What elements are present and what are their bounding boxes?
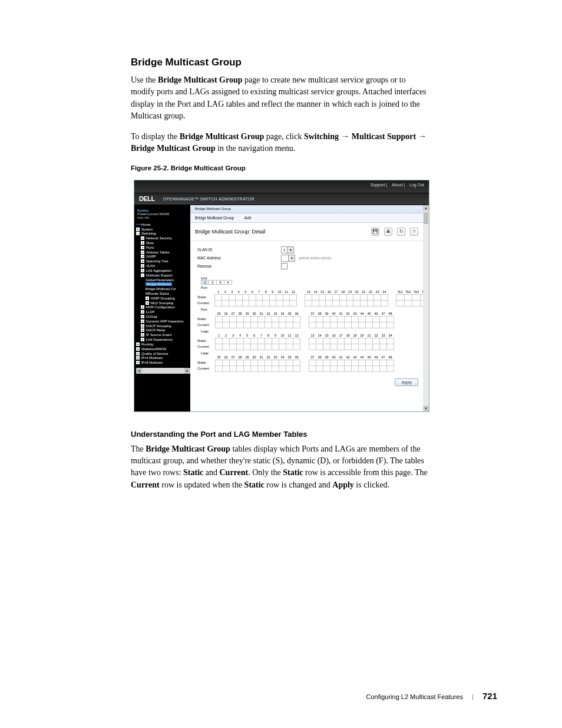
port-cell[interactable]: [360, 294, 367, 300]
lag-cell[interactable]: [323, 360, 330, 365]
port-cell[interactable]: [223, 316, 230, 322]
lag-cell[interactable]: [352, 360, 359, 365]
scroll-left-icon[interactable]: ◄: [136, 368, 142, 374]
nav-bridge-multicast[interactable]: Bridge Multicast: [146, 282, 190, 287]
nav-ipv4-multicast[interactable]: +IPv4 Multicast: [136, 356, 190, 361]
chevron-down-icon[interactable]: ▾: [288, 255, 295, 261]
port-cell[interactable]: [352, 316, 359, 322]
lag-cell[interactable]: [279, 338, 286, 344]
plus-icon[interactable]: +: [146, 297, 149, 300]
subtab-add[interactable]: Add: [244, 216, 252, 220]
lag-cell[interactable]: [323, 338, 330, 344]
subtab-detail[interactable]: Bridge Multicast Group: [195, 216, 234, 220]
nav-dhcp-snooping[interactable]: +DHCP Snooping: [141, 324, 190, 329]
port-cell[interactable]: [265, 316, 272, 322]
port-cell[interactable]: [242, 294, 249, 300]
remove-checkbox[interactable]: [281, 263, 287, 269]
lag-cell[interactable]: [345, 338, 352, 344]
lag-cell[interactable]: [258, 360, 265, 365]
port-cell[interactable]: [374, 294, 381, 300]
port-cell[interactable]: [319, 294, 326, 300]
nav-system[interactable]: +System: [136, 228, 190, 232]
port-cell[interactable]: [229, 294, 236, 300]
lag-cell[interactable]: [237, 338, 244, 344]
print-icon[interactable]: 🖶: [384, 228, 392, 236]
scroll-thumb[interactable]: [424, 212, 428, 224]
nav-vlan[interactable]: +VLAN: [141, 264, 190, 269]
lag-cell[interactable]: [265, 360, 272, 365]
nav-routing[interactable]: +Routing: [136, 342, 190, 347]
port-cell[interactable]: [404, 294, 412, 300]
port-cell[interactable]: [290, 294, 297, 300]
lag-cell[interactable]: [380, 338, 387, 344]
plus-icon[interactable]: +: [141, 333, 144, 337]
port-cell[interactable]: [316, 316, 323, 322]
link-support[interactable]: Support: [371, 183, 385, 187]
plus-icon[interactable]: +: [136, 342, 140, 346]
nav-ports[interactable]: +Ports: [141, 246, 190, 251]
port-cell[interactable]: [333, 294, 340, 300]
port-cell[interactable]: [346, 294, 353, 300]
plus-icon[interactable]: +: [141, 255, 144, 258]
nav-bridge-multicast-for[interactable]: Bridge Multicast For: [146, 287, 190, 292]
lag-cell[interactable]: [286, 360, 293, 365]
port-cell[interactable]: [373, 316, 380, 322]
port-cell[interactable]: [222, 294, 229, 300]
plus-icon[interactable]: +: [146, 301, 149, 305]
nav-spanning-tree[interactable]: +Spanning Tree: [141, 259, 190, 264]
plus-icon[interactable]: +: [136, 228, 140, 231]
nav-quality-of-service[interactable]: +Quality of Service: [136, 352, 190, 357]
nav-multicast-support[interactable]: −Multicast Support Global Parameters Bri…: [141, 274, 190, 306]
lag-cell[interactable]: [223, 360, 230, 365]
lag-cell[interactable]: [272, 360, 279, 365]
nav-link-aggregation[interactable]: +Link Aggregation: [141, 269, 190, 274]
plus-icon[interactable]: +: [141, 241, 144, 245]
sidebar-hscrollbar[interactable]: ◄ ►: [136, 368, 190, 374]
port-cell[interactable]: [338, 316, 345, 322]
port-cell[interactable]: [286, 316, 293, 322]
lag-cell[interactable]: [258, 338, 265, 344]
lag-cell[interactable]: [230, 338, 237, 344]
lag-cell[interactable]: [286, 338, 293, 344]
plus-icon[interactable]: +: [141, 264, 144, 268]
nav-dhcp-relay[interactable]: +DHCP Relay: [141, 328, 190, 333]
plus-icon[interactable]: +: [141, 315, 144, 318]
lag-cell[interactable]: [216, 338, 223, 344]
port-cell[interactable]: [353, 294, 361, 300]
lag-cell[interactable]: [330, 338, 338, 344]
port-cell[interactable]: [396, 294, 404, 300]
port-cell[interactable]: [263, 294, 270, 300]
lag-cell[interactable]: [373, 360, 380, 365]
port-cell[interactable]: [326, 294, 333, 300]
nav-mvr-configuration[interactable]: +MVR Configuration: [141, 305, 190, 310]
plus-icon[interactable]: +: [141, 236, 144, 240]
nav-network-security[interactable]: +Network Security: [141, 236, 190, 241]
lag-cell[interactable]: [272, 338, 279, 344]
vlan-id-select[interactable]: 1▾: [281, 246, 294, 253]
save-icon[interactable]: 💾: [371, 228, 379, 236]
port-cell[interactable]: [330, 316, 338, 322]
plus-icon[interactable]: +: [141, 328, 144, 332]
link-logout[interactable]: Log Out: [409, 183, 424, 187]
lag-cell[interactable]: [359, 338, 366, 344]
mac-address-select[interactable]: ▾: [281, 255, 295, 262]
plus-icon[interactable]: +: [141, 310, 144, 314]
port-cell[interactable]: [276, 294, 283, 300]
port-cell[interactable]: [312, 294, 319, 300]
lag-cell[interactable]: [330, 360, 338, 365]
nav-statistics-rmon[interactable]: +Statistics/RMON: [136, 347, 190, 352]
lag-cell[interactable]: [366, 338, 373, 344]
lag-cell[interactable]: [352, 338, 359, 344]
unit-tab-1[interactable]: 1: [201, 280, 209, 285]
lag-cell[interactable]: [244, 360, 251, 365]
lag-cell[interactable]: [387, 360, 394, 365]
port-cell[interactable]: [258, 316, 265, 322]
port-cell[interactable]: [251, 316, 258, 322]
plus-icon[interactable]: +: [141, 324, 144, 328]
plus-icon[interactable]: +: [141, 259, 144, 263]
lag-cell[interactable]: [265, 338, 272, 344]
lag-cell[interactable]: [293, 360, 300, 365]
port-cell[interactable]: [387, 316, 394, 322]
plus-icon[interactable]: +: [136, 352, 140, 355]
lag-cell[interactable]: [216, 360, 223, 365]
